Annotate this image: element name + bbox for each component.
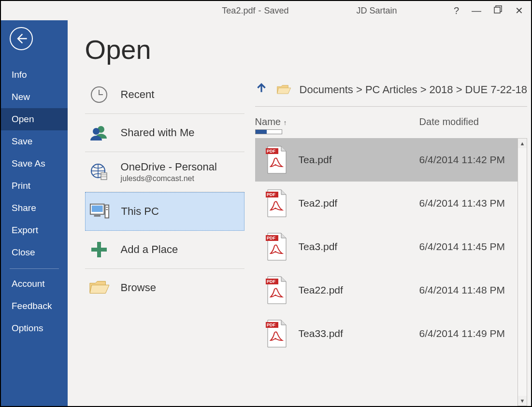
nav-print[interactable]: Print — [1, 175, 68, 197]
svg-rect-6 — [101, 173, 107, 180]
svg-point-4 — [93, 128, 100, 135]
location-onedrive[interactable]: OneDrive - Personal julesds@comcast.net — [85, 152, 244, 192]
back-button[interactable] — [10, 27, 33, 50]
location-list: Recent Shared with Me — [85, 76, 244, 406]
content-area: Open Recent Share — [68, 20, 531, 406]
vertical-scrollbar[interactable]: ▲ ▼ — [518, 138, 527, 406]
document-name: Tea2.pdf — [222, 6, 255, 16]
nav-export[interactable]: Export — [1, 219, 68, 241]
svg-text:PDF: PDF — [267, 236, 276, 240]
document-title: Tea2.pdf - Saved — [222, 6, 288, 16]
plus-icon — [89, 239, 109, 260]
location-label: Recent — [121, 88, 155, 101]
close-icon[interactable]: ✕ — [515, 5, 523, 16]
location-recent[interactable]: Recent — [85, 76, 244, 114]
file-name: Tea3.pdf — [299, 241, 419, 253]
file-date: 6/4/2014 11:49 PM — [419, 328, 518, 339]
svg-rect-9 — [94, 215, 100, 217]
file-date: 6/4/2014 11:42 PM — [419, 154, 518, 166]
pc-icon — [89, 201, 110, 222]
nav-save-as[interactable]: Save As — [1, 153, 68, 175]
pdf-file-icon: PDF — [255, 145, 299, 174]
file-row[interactable]: PDF Tea2.pdf 6/4/2014 11:43 PM — [255, 182, 518, 225]
pdf-file-icon: PDF — [255, 189, 299, 218]
globe-icon — [89, 162, 109, 182]
svg-text:PDF: PDF — [267, 149, 276, 154]
scroll-down-icon[interactable]: ▼ — [518, 396, 527, 406]
nav-save[interactable]: Save — [1, 130, 68, 153]
backstage-sidebar: Info New Open Save Save As Print Share E… — [1, 20, 68, 406]
title-bar: Tea2.pdf - Saved JD Sartain ? — ✕ — [1, 1, 531, 20]
svg-rect-12 — [106, 209, 108, 210]
file-row[interactable]: PDF Tea.pdf 6/4/2014 11:42 PM — [255, 138, 518, 182]
help-icon[interactable]: ? — [454, 5, 459, 16]
nav-account[interactable]: Account — [1, 273, 68, 295]
location-label: Browse — [121, 281, 156, 294]
location-label: Add a Place — [121, 243, 178, 256]
breadcrumb[interactable]: Documents > PC Articles > 2018 > DUE 7-2… — [300, 84, 527, 96]
nav-new[interactable]: New — [1, 86, 68, 108]
minimize-icon[interactable]: — — [472, 5, 481, 16]
file-name: Tea.pdf — [299, 154, 419, 166]
restore-icon[interactable] — [494, 5, 503, 16]
column-resize-indicator[interactable] — [255, 129, 282, 134]
scroll-up-icon[interactable]: ▲ — [518, 139, 527, 148]
folder-open-icon — [89, 278, 109, 298]
column-date[interactable]: Date modified — [419, 116, 479, 127]
location-label: Shared with Me — [121, 126, 195, 139]
file-name: Tea22.pdf — [299, 284, 419, 296]
svg-rect-1 — [494, 7, 500, 13]
folder-open-icon — [276, 84, 291, 96]
file-row[interactable]: PDF Tea22.pdf 6/4/2014 11:48 PM — [255, 268, 518, 312]
file-list: PDF Tea.pdf 6/4/2014 11:42 PM PDF Tea2.p… — [255, 138, 518, 406]
file-row[interactable]: PDF Tea3.pdf 6/4/2014 11:45 PM — [255, 225, 518, 268]
user-name: JD Sartain — [356, 6, 397, 16]
location-shared[interactable]: Shared with Me — [85, 114, 244, 152]
location-this-pc[interactable]: This PC — [85, 192, 244, 231]
location-sublabel: julesds@comcast.net — [121, 174, 217, 183]
nav-options[interactable]: Options — [1, 317, 68, 339]
svg-rect-14 — [91, 248, 107, 252]
folder-up-icon[interactable] — [255, 82, 268, 98]
location-label: This PC — [121, 205, 159, 218]
nav-share[interactable]: Share — [1, 197, 68, 219]
clock-icon — [89, 84, 109, 105]
nav-info[interactable]: Info — [1, 64, 68, 86]
nav-divider — [10, 268, 59, 269]
pdf-file-icon: PDF — [255, 276, 299, 305]
file-date: 6/4/2014 11:45 PM — [419, 241, 518, 253]
file-date: 6/4/2014 11:43 PM — [419, 197, 518, 209]
svg-text:PDF: PDF — [267, 192, 276, 197]
location-add-place[interactable]: Add a Place — [85, 231, 244, 269]
nav-close[interactable]: Close — [1, 241, 68, 264]
nav-open[interactable]: Open — [1, 108, 68, 130]
nav-feedback[interactable]: Feedback — [1, 295, 68, 317]
file-list-header: Name ↑ Date modified — [255, 107, 527, 138]
people-icon — [89, 123, 109, 143]
file-name: Tea33.pdf — [299, 328, 419, 339]
page-title: Open — [85, 34, 531, 65]
sort-asc-icon[interactable]: ↑ — [284, 119, 287, 126]
pdf-file-icon: PDF — [255, 232, 299, 261]
breadcrumb-row: Documents > PC Articles > 2018 > DUE 7-2… — [255, 76, 527, 107]
file-date: 6/4/2014 11:48 PM — [419, 284, 518, 296]
location-label: OneDrive - Personal — [121, 161, 217, 173]
file-pane: Documents > PC Articles > 2018 > DUE 7-2… — [244, 76, 531, 406]
location-browse[interactable]: Browse — [85, 269, 244, 307]
svg-rect-11 — [106, 207, 108, 208]
document-status: Saved — [264, 6, 288, 16]
svg-text:PDF: PDF — [267, 279, 276, 284]
file-name: Tea2.pdf — [299, 197, 419, 209]
svg-text:PDF: PDF — [267, 323, 276, 327]
scroll-track[interactable] — [518, 148, 527, 396]
column-name[interactable]: Name — [255, 116, 281, 127]
file-row[interactable]: PDF Tea33.pdf 6/4/2014 11:49 PM — [255, 312, 518, 355]
svg-rect-8 — [91, 206, 102, 212]
pdf-file-icon: PDF — [255, 319, 299, 348]
